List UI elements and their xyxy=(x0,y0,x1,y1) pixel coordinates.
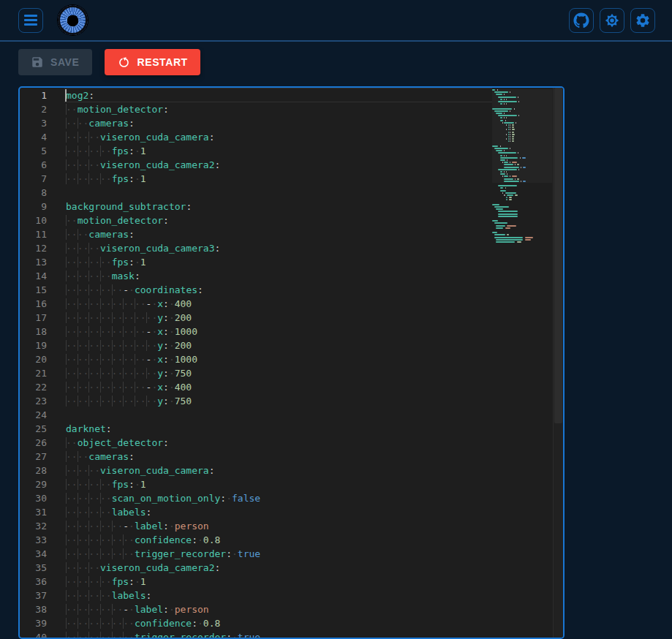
code-line[interactable]: ··motion_detector: xyxy=(66,102,492,116)
minimap-mark xyxy=(508,124,509,126)
floppy-save-icon xyxy=(31,56,44,69)
code-line[interactable]: ············trigger_recorder:·true xyxy=(66,547,492,561)
token-ws: ·········· xyxy=(66,521,123,532)
code-line[interactable]: ········mask: xyxy=(66,269,492,283)
token-ws: ············ xyxy=(66,548,135,559)
code-line[interactable]: ··········-·label:·person xyxy=(66,602,492,616)
code-line[interactable]: ··············-·x:·400 xyxy=(66,297,492,311)
minimap-mark xyxy=(506,155,507,156)
code-line[interactable]: ········fps:·1 xyxy=(66,575,492,589)
code-line[interactable]: ················y:·750 xyxy=(66,394,492,408)
save-button[interactable]: SAVE xyxy=(18,49,92,75)
minimap-mark xyxy=(504,181,519,182)
token-op: : xyxy=(209,465,215,476)
token-ws: ········ xyxy=(66,507,112,518)
code-line[interactable]: ············confidence:·0.8 xyxy=(66,616,492,630)
code-line[interactable]: ····cameras: xyxy=(66,227,492,241)
minimap-mark xyxy=(500,173,505,175)
minimap-mark xyxy=(515,178,516,180)
code-line[interactable]: ······viseron_cuda_camera: xyxy=(66,464,492,477)
code-line[interactable]: ········scan_on_motion_only:·false xyxy=(66,491,492,505)
token-num: 200 xyxy=(175,312,192,323)
theme-toggle-button[interactable] xyxy=(600,8,624,33)
vertical-scrollbar[interactable] xyxy=(553,88,563,638)
token-key: label xyxy=(135,604,163,615)
token-key: viseron_cuda_camera2 xyxy=(100,159,215,170)
token-bool: true xyxy=(238,632,260,639)
token-ws: ······ xyxy=(66,132,100,143)
scrollbar-slider[interactable] xyxy=(554,88,562,423)
code-line[interactable]: ··············-·x:·400 xyxy=(66,380,492,394)
token-ws: · xyxy=(169,312,175,323)
minimap-mark xyxy=(500,155,502,156)
menu-button[interactable] xyxy=(18,8,43,33)
code-line[interactable]: ········fps:·1 xyxy=(66,477,492,491)
token-ws: ········ xyxy=(66,145,112,156)
minimap-mark xyxy=(512,124,514,126)
minimap-mark xyxy=(505,187,507,189)
code-line[interactable]: ······viseron_cuda_camera2: xyxy=(66,158,492,172)
code-line[interactable]: ··motion_detector: xyxy=(66,213,492,227)
code-line[interactable]: ····cameras: xyxy=(66,116,492,130)
github-button[interactable] xyxy=(569,8,594,33)
token-key: coordinates xyxy=(135,284,197,295)
line-number: 2 xyxy=(20,102,66,116)
code-line[interactable]: mog2: xyxy=(66,88,492,102)
code-line[interactable]: ······viseron_cuda_camera3: xyxy=(66,241,492,255)
token-ws: · xyxy=(129,604,135,615)
token-ws: ············ xyxy=(66,618,135,629)
code-line[interactable]: ················y:·200 xyxy=(66,339,492,352)
code-line[interactable]: ············trigger_recorder:·true xyxy=(66,630,492,639)
token-key: labels xyxy=(112,590,146,601)
minimap-mark xyxy=(500,190,506,192)
line-numbers-gutter: 1234567891011121314151617181920212223242… xyxy=(20,88,66,639)
code-line[interactable] xyxy=(66,408,492,422)
token-key: cameras xyxy=(88,451,129,462)
token-key: fps xyxy=(112,257,129,268)
code-line[interactable]: ········fps:·1 xyxy=(66,255,492,269)
code-line[interactable]: ········fps:·1 xyxy=(66,144,492,158)
token-ws: · xyxy=(169,368,175,379)
token-ws: · xyxy=(129,521,135,532)
restart-button[interactable]: RESTART xyxy=(105,49,200,75)
code-line[interactable]: ····cameras: xyxy=(66,450,492,464)
code-line[interactable]: ······viseron_cuda_camera: xyxy=(66,130,492,144)
token-key: viseron_cuda_camera xyxy=(100,465,209,476)
token-op: : xyxy=(163,437,169,448)
code-line[interactable]: ········labels: xyxy=(66,589,492,602)
code-line[interactable]: background_subtractor: xyxy=(66,200,492,213)
code-line[interactable]: darknet: xyxy=(66,422,492,436)
line-number: 1 xyxy=(20,88,66,102)
code-line[interactable]: ········labels: xyxy=(66,505,492,519)
minimap-mark xyxy=(504,178,513,180)
code-line[interactable]: ······viseron_cuda_camera2: xyxy=(66,561,492,575)
minimap-mark xyxy=(494,222,507,224)
line-number: 4 xyxy=(20,130,66,144)
code-line[interactable] xyxy=(66,186,492,200)
code-line[interactable]: ··········-·coordinates: xyxy=(66,283,492,297)
text-cursor xyxy=(65,89,67,102)
token-num: 0.8 xyxy=(203,618,220,629)
minimap-mark xyxy=(523,181,526,182)
token-ws: ············ xyxy=(66,534,135,545)
token-op: : xyxy=(209,132,215,143)
minimap[interactable] xyxy=(492,89,552,249)
minimap-mark xyxy=(520,157,521,159)
line-number: 21 xyxy=(20,366,66,380)
line-number: 24 xyxy=(20,408,66,422)
minimap-mark xyxy=(525,239,531,241)
code-line[interactable]: ··object_detector: xyxy=(66,436,492,450)
token-ws: ·· xyxy=(66,215,78,226)
code-line[interactable]: ··············-·x:·1000 xyxy=(66,325,492,339)
token-op: : xyxy=(163,340,169,351)
token-num: 750 xyxy=(175,368,192,379)
settings-button[interactable] xyxy=(630,8,655,33)
code-line[interactable]: ············confidence:·0.8 xyxy=(66,533,492,547)
code-line[interactable]: ················y:·750 xyxy=(66,366,492,380)
code-line[interactable]: ··············-·x:·1000 xyxy=(66,352,492,366)
code-area[interactable]: mog2:··motion_detector:····cameras:·····… xyxy=(66,88,492,639)
code-line[interactable]: ················y:·200 xyxy=(66,311,492,325)
code-line[interactable]: ··········-·label:·person xyxy=(66,519,492,533)
config-editor[interactable]: 1234567891011121314151617181920212223242… xyxy=(18,86,565,639)
code-line[interactable]: ········fps:·1 xyxy=(66,172,492,186)
